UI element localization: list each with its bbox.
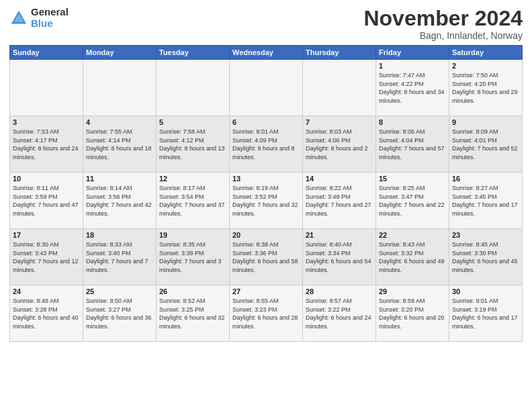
calendar-cell-3-2: 19Sunrise: 8:35 AMSunset: 3:38 PMDayligh… [157, 229, 230, 285]
day-info: Sunrise: 8:11 AMSunset: 3:59 PMDaylight:… [13, 184, 80, 218]
day-info: Sunrise: 8:59 AMSunset: 3:20 PMDaylight:… [379, 297, 446, 330]
calendar-cell-4-0: 24Sunrise: 8:48 AMSunset: 3:28 PMDayligh… [10, 285, 83, 342]
day-number: 19 [159, 231, 226, 239]
day-number: 8 [379, 118, 446, 126]
calendar-week-2: 10Sunrise: 8:11 AMSunset: 3:59 PMDayligh… [10, 173, 523, 229]
day-number: 5 [159, 118, 226, 126]
header-friday: Friday [376, 46, 449, 60]
day-number: 23 [452, 231, 519, 239]
title-block: November 2024 Bagn, Innlandet, Norway [363, 7, 523, 41]
day-info: Sunrise: 7:58 AMSunset: 4:12 PMDaylight:… [159, 128, 226, 161]
header-sunday: Sunday [10, 46, 83, 60]
day-number: 11 [86, 175, 153, 183]
calendar-cell-2-4: 14Sunrise: 8:22 AMSunset: 3:49 PMDayligh… [303, 173, 376, 229]
day-number: 13 [232, 175, 300, 183]
day-info: Sunrise: 8:45 AMSunset: 3:30 PMDaylight:… [452, 240, 519, 274]
location: Bagn, Innlandet, Norway [363, 30, 523, 41]
day-info: Sunrise: 8:06 AMSunset: 4:04 PMDaylight:… [379, 128, 446, 161]
day-info: Sunrise: 8:57 AMSunset: 3:22 PMDaylight:… [306, 297, 373, 330]
calendar-cell-2-3: 13Sunrise: 8:19 AMSunset: 3:52 PMDayligh… [230, 173, 303, 229]
day-number: 9 [452, 118, 519, 126]
day-number: 28 [306, 287, 373, 295]
day-info: Sunrise: 8:14 AMSunset: 3:56 PMDaylight:… [86, 184, 153, 218]
day-number: 25 [86, 287, 153, 295]
calendar-cell-3-0: 17Sunrise: 8:30 AMSunset: 3:43 PMDayligh… [10, 229, 83, 285]
header-wednesday: Wednesday [230, 46, 303, 60]
calendar-cell-3-1: 18Sunrise: 8:33 AMSunset: 3:40 PMDayligh… [83, 229, 157, 285]
day-number: 29 [379, 287, 446, 295]
day-number: 21 [306, 231, 373, 239]
header-tuesday: Tuesday [157, 46, 230, 60]
day-number: 2 [452, 62, 519, 70]
logo: General Blue [9, 7, 69, 29]
logo-text: General Blue [31, 7, 69, 29]
day-info: Sunrise: 8:01 AMSunset: 4:09 PMDaylight:… [232, 128, 300, 161]
header-monday: Monday [83, 46, 157, 60]
day-info: Sunrise: 8:22 AMSunset: 3:49 PMDaylight:… [306, 184, 373, 218]
day-number: 27 [232, 287, 300, 295]
page: General Blue November 2024 Bagn, Innland… [0, 0, 532, 411]
day-info: Sunrise: 7:50 AMSunset: 4:20 PMDaylight:… [452, 71, 519, 105]
day-number: 1 [379, 62, 446, 70]
header-saturday: Saturday [449, 46, 523, 60]
calendar-cell-1-2: 5Sunrise: 7:58 AMSunset: 4:12 PMDaylight… [157, 116, 230, 173]
day-number: 14 [306, 175, 373, 183]
calendar-cell-2-1: 11Sunrise: 8:14 AMSunset: 3:56 PMDayligh… [83, 173, 157, 229]
day-info: Sunrise: 7:55 AMSunset: 4:14 PMDaylight:… [86, 128, 153, 161]
day-number: 22 [379, 231, 446, 239]
calendar-cell-0-1 [83, 60, 157, 116]
day-info: Sunrise: 7:47 AMSunset: 4:22 PMDaylight:… [379, 71, 446, 105]
header: General Blue November 2024 Bagn, Innland… [9, 7, 523, 41]
calendar-cell-0-4 [303, 60, 376, 116]
calendar-cell-1-0: 3Sunrise: 7:53 AMSunset: 4:17 PMDaylight… [10, 116, 83, 173]
calendar-cell-3-6: 23Sunrise: 8:45 AMSunset: 3:30 PMDayligh… [449, 229, 523, 285]
calendar-week-4: 24Sunrise: 8:48 AMSunset: 3:28 PMDayligh… [10, 285, 523, 342]
day-number: 26 [159, 287, 226, 295]
day-number: 10 [13, 175, 80, 183]
day-info: Sunrise: 8:52 AMSunset: 3:25 PMDaylight:… [159, 297, 226, 330]
calendar-cell-0-3 [230, 60, 303, 116]
month-title: November 2024 [363, 7, 523, 30]
day-info: Sunrise: 8:55 AMSunset: 3:23 PMDaylight:… [232, 297, 300, 330]
calendar-cell-0-5: 1Sunrise: 7:47 AMSunset: 4:22 PMDaylight… [376, 60, 449, 116]
calendar-cell-1-4: 7Sunrise: 8:03 AMSunset: 4:06 PMDaylight… [303, 116, 376, 173]
day-info: Sunrise: 8:17 AMSunset: 3:54 PMDaylight:… [159, 184, 226, 218]
day-number: 18 [86, 231, 153, 239]
calendar-cell-2-2: 12Sunrise: 8:17 AMSunset: 3:54 PMDayligh… [157, 173, 230, 229]
calendar-cell-1-6: 9Sunrise: 8:09 AMSunset: 4:01 PMDaylight… [449, 116, 523, 173]
day-info: Sunrise: 7:53 AMSunset: 4:17 PMDaylight:… [13, 128, 80, 161]
calendar-cell-4-4: 28Sunrise: 8:57 AMSunset: 3:22 PMDayligh… [303, 285, 376, 342]
day-number: 7 [306, 118, 373, 126]
day-number: 30 [452, 287, 519, 295]
day-info: Sunrise: 8:40 AMSunset: 3:34 PMDaylight:… [306, 240, 373, 274]
day-info: Sunrise: 8:19 AMSunset: 3:52 PMDaylight:… [232, 184, 300, 218]
day-number: 12 [159, 175, 226, 183]
day-number: 15 [379, 175, 446, 183]
calendar-week-3: 17Sunrise: 8:30 AMSunset: 3:43 PMDayligh… [10, 229, 523, 285]
day-number: 4 [86, 118, 153, 126]
calendar-cell-4-6: 30Sunrise: 9:01 AMSunset: 3:19 PMDayligh… [449, 285, 523, 342]
day-info: Sunrise: 8:48 AMSunset: 3:28 PMDaylight:… [13, 297, 80, 330]
calendar-body: 1Sunrise: 7:47 AMSunset: 4:22 PMDaylight… [10, 60, 523, 342]
header-row: Sunday Monday Tuesday Wednesday Thursday… [10, 46, 523, 60]
day-info: Sunrise: 8:43 AMSunset: 3:32 PMDaylight:… [379, 240, 446, 274]
calendar-cell-3-5: 22Sunrise: 8:43 AMSunset: 3:32 PMDayligh… [376, 229, 449, 285]
calendar-cell-1-5: 8Sunrise: 8:06 AMSunset: 4:04 PMDaylight… [376, 116, 449, 173]
day-info: Sunrise: 8:03 AMSunset: 4:06 PMDaylight:… [306, 128, 373, 161]
day-number: 3 [13, 118, 80, 126]
day-info: Sunrise: 8:35 AMSunset: 3:38 PMDaylight:… [159, 240, 226, 274]
day-number: 6 [232, 118, 300, 126]
day-info: Sunrise: 8:33 AMSunset: 3:40 PMDaylight:… [86, 240, 153, 274]
calendar-header: Sunday Monday Tuesday Wednesday Thursday… [10, 46, 523, 60]
calendar-cell-4-3: 27Sunrise: 8:55 AMSunset: 3:23 PMDayligh… [230, 285, 303, 342]
calendar-cell-1-1: 4Sunrise: 7:55 AMSunset: 4:14 PMDaylight… [83, 116, 157, 173]
calendar-cell-2-0: 10Sunrise: 8:11 AMSunset: 3:59 PMDayligh… [10, 173, 83, 229]
day-number: 20 [232, 231, 300, 239]
calendar-cell-4-5: 29Sunrise: 8:59 AMSunset: 3:20 PMDayligh… [376, 285, 449, 342]
calendar-cell-3-3: 20Sunrise: 8:38 AMSunset: 3:36 PMDayligh… [230, 229, 303, 285]
day-number: 16 [452, 175, 519, 183]
day-info: Sunrise: 8:38 AMSunset: 3:36 PMDaylight:… [232, 240, 300, 274]
day-info: Sunrise: 8:27 AMSunset: 3:45 PMDaylight:… [452, 184, 519, 218]
day-info: Sunrise: 8:09 AMSunset: 4:01 PMDaylight:… [452, 128, 519, 161]
day-info: Sunrise: 8:25 AMSunset: 3:47 PMDaylight:… [379, 184, 446, 218]
